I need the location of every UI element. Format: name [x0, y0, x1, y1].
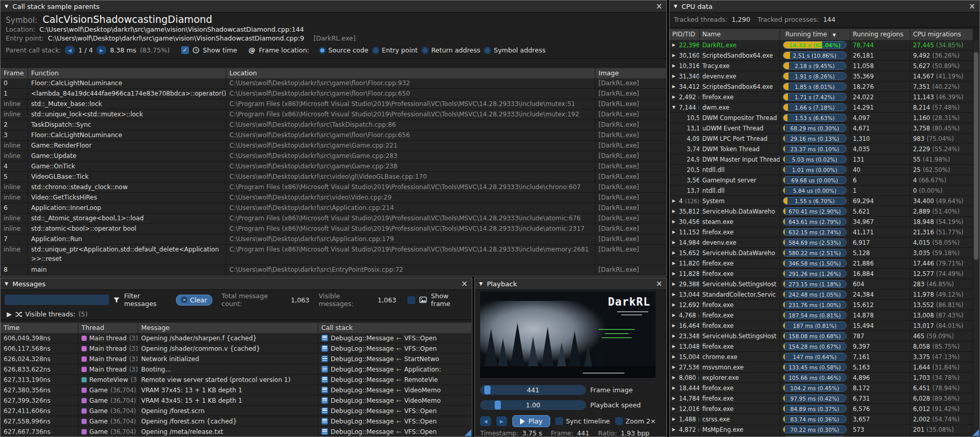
- process-row[interactable]: ▶15,004(8)chrome.exe147 ms (0.64%)7,1613…: [670, 352, 973, 362]
- process-row[interactable]: ▼7,144(8)dwm.exe1.66 s (7.18%)14,2918,21…: [670, 102, 973, 113]
- callstack-row[interactable]: 8mainC:\Users\wolf\Desktop\darkrl\src\En…: [1, 265, 666, 275]
- callstack-row[interactable]: inlinestd::chrono::steady_clock::nowC:\P…: [1, 182, 666, 193]
- next-callstack-button[interactable]: ▶: [97, 46, 106, 55]
- collapsed-icon[interactable]: ▶: [672, 63, 677, 68]
- message-row[interactable]: 627,313,190nsRemoteView(31,392)Remote vi…: [1, 375, 472, 385]
- process-row[interactable]: ▶30,456(25)steam.exe643.61 ms (2.79%)34,…: [670, 217, 973, 227]
- callstack-row[interactable]: 5VideoGLBase::TickC:\Users\wolf\Desktop\…: [1, 172, 666, 182]
- callstack-cell[interactable]: DebugLog::Message←VFS::Open: [318, 406, 472, 416]
- collapsed-icon[interactable]: ▶: [672, 230, 677, 234]
- callstack-row[interactable]: inlinestd::unique_ptr<Application,std::d…: [1, 245, 666, 265]
- collapsed-icon[interactable]: ▶: [672, 344, 677, 349]
- collapse-icon[interactable]: ▼: [5, 4, 8, 9]
- column-header-running-time[interactable]: Running time▼: [780, 29, 850, 40]
- process-row[interactable]: ▶11,828(6)firefox.exe291.26 ms (1.26%)16…: [670, 269, 973, 279]
- collapsed-icon[interactable]: ▶: [672, 334, 677, 338]
- process-row[interactable]: ▶4,768(7)firefox.exe187.54 ms (0.81%)14,…: [670, 310, 973, 321]
- process-row[interactable]: 20,508ntdll.dll1.01 ms (0.00%)4025(62.50…: [670, 165, 973, 175]
- callstack-row[interactable]: 7Application::RunC:\Users\wolf\Desktop\d…: [1, 234, 666, 245]
- callstack-row[interactable]: 3Floor::CalcLightNoLuminanceC:\Users\wol…: [1, 130, 666, 141]
- collapsed-icon[interactable]: ▶: [672, 427, 677, 432]
- process-row[interactable]: ▶10,316(9)Tracy.exe2.18 s (9.45%)11,0585…: [670, 61, 973, 71]
- callstack-row[interactable]: inlinestd::unique_lock<std::mutex>::lock…: [1, 110, 666, 120]
- callstack-row[interactable]: inlineVideo::GetTicksHiResC:\Users\wolf\…: [1, 193, 666, 203]
- playback-speed-slider[interactable]: 1.00: [480, 400, 586, 410]
- collapsed-icon[interactable]: ▶: [672, 396, 677, 401]
- callstack-row[interactable]: inlineGame::UpdateC:\Users\wolf\Desktop\…: [1, 151, 666, 162]
- process-row[interactable]: ▶29,388(77)ServiceHub.SettingsHost273.15…: [670, 279, 973, 289]
- process-row[interactable]: ▶8,080(20)explorer.exe105.66 ms (0.46%)4…: [670, 373, 973, 383]
- resize-grip[interactable]: [972, 429, 979, 436]
- zoom-2x-checkbox[interactable]: Zoom 2×: [615, 417, 656, 425]
- callstack-cell[interactable]: DebugLog::Message←VideoMemo: [318, 395, 472, 405]
- next-frame-button[interactable]: ▶: [496, 416, 507, 426]
- process-row[interactable]: ▶14,784(5)firefox.exe97.95 ms (0.42%)6,7…: [670, 393, 973, 404]
- message-row[interactable]: 606,117,568nsMain thread(31,596)Opening …: [1, 343, 472, 354]
- message-row[interactable]: 606,049,398nsMain thread(31,596)Opening …: [1, 333, 472, 343]
- process-row[interactable]: ▶11,152(12)firefox.exe632.15 ms (2.74%)4…: [670, 227, 973, 237]
- collapsed-icon[interactable]: ▶: [672, 43, 677, 47]
- collapsed-icon[interactable]: ▶: [672, 209, 677, 214]
- prev-frame-button[interactable]: ◀: [480, 416, 491, 426]
- callstack-cell[interactable]: DebugLog::Message←VFS::Open: [318, 416, 472, 426]
- collapsed-icon[interactable]: ▶: [672, 53, 677, 58]
- message-row[interactable]: 627,558,996nsGame(36,704)Opening /forest…: [1, 416, 472, 427]
- callstack-cell[interactable]: DebugLog::Message←RemoteVie: [318, 375, 472, 385]
- collapsed-icon[interactable]: ▶: [672, 313, 677, 317]
- process-row[interactable]: ▶27,696(17)Microsoft.ServiceHub.Co48.06 …: [670, 435, 973, 437]
- process-row[interactable]: ▶12,692(9)firefox.exe231.76 ms (1.00%)15…: [670, 300, 973, 310]
- process-row[interactable]: ▶1,488(10)csrss.exe83.74 ms (0.36%)3,657…: [670, 414, 973, 425]
- play-button[interactable]: Play: [512, 415, 550, 427]
- collapsed-icon[interactable]: ▶: [672, 323, 677, 328]
- column-header-name[interactable]: Name: [700, 29, 780, 40]
- message-row[interactable]: 627,667,736nsGame(36,704)Opening /meta/r…: [1, 427, 472, 437]
- expanded-icon[interactable]: ▼: [672, 105, 677, 110]
- callstack-cell[interactable]: DebugLog::Message←VFS::Open: [318, 343, 472, 353]
- frame-image-slider[interactable]: 441: [480, 385, 586, 395]
- close-icon[interactable]: ×: [656, 280, 662, 288]
- callstack-row[interactable]: 2TaskDispatch::SyncC:\Users\wolf\Desktop…: [1, 120, 666, 130]
- process-row[interactable]: ▶31,340(75)devenv.exe1.91 s (8.26%)35,36…: [670, 71, 973, 82]
- collapsed-icon[interactable]: ▶: [672, 406, 677, 411]
- radio-symbol-address[interactable]: Symbol address: [484, 46, 546, 54]
- collapsed-icon[interactable]: ▶: [672, 282, 677, 286]
- collapsed-icon[interactable]: ▶: [672, 292, 677, 297]
- collapse-icon[interactable]: ▼: [479, 281, 483, 286]
- collapsed-icon[interactable]: ▶: [672, 386, 677, 390]
- clear-button[interactable]: ✕Clear: [176, 295, 212, 306]
- process-row[interactable]: ▶35,812(88)ServiceHub.DataWareho670.41 m…: [670, 206, 973, 217]
- process-row[interactable]: ▶11,820(9)firefox.exe346.58 ms (1.50%)21…: [670, 258, 973, 269]
- message-row[interactable]: 626,024,328nsMain thread(31,596)Network …: [1, 354, 472, 364]
- message-row[interactable]: 627,399,326nsGame(36,704)VRAM 43x45: 15 …: [1, 395, 472, 406]
- show-time-checkbox[interactable]: ✓: [181, 46, 189, 54]
- process-row[interactable]: ▶4,872(9)MsMpEng.exe70.22 ms (0.30%)5732…: [670, 425, 973, 435]
- radio-entry-point[interactable]: Entry point: [372, 46, 418, 54]
- scrollbar-thumb[interactable]: [974, 52, 978, 260]
- process-row[interactable]: 13,732ntdll.dll5.84 us (0.00%)10(0.00%): [670, 186, 973, 196]
- prev-callstack-button[interactable]: ◀: [65, 46, 75, 55]
- collapsed-icon[interactable]: ▶: [672, 95, 677, 99]
- process-row[interactable]: ▶18,444(6)firefox.exe104.2 ms (0.45%)8,1…: [670, 383, 973, 393]
- callstack-row[interactable]: inlinestd::_Atomic_storage<bool,1>::load…: [1, 214, 666, 224]
- callstack-row[interactable]: 0Floor::CalcLightNoLuminanceC:\Users\wol…: [1, 78, 666, 89]
- column-header-running-regions[interactable]: Running regions: [850, 29, 910, 40]
- collapsed-icon[interactable]: ▶: [672, 250, 677, 255]
- collapsed-icon[interactable]: ▶: [672, 74, 677, 78]
- collapsed-icon[interactable]: ▶: [672, 354, 677, 359]
- show-frame-checkbox[interactable]: [407, 296, 415, 304]
- callstack-row[interactable]: inlinestd::_Mutex_base::lockC:\Program F…: [1, 99, 666, 110]
- callstack-cell[interactable]: DebugLog::Message←VideoMemo: [318, 385, 472, 395]
- collapse-icon[interactable]: ▼: [674, 4, 677, 9]
- process-row[interactable]: ▶13,048(7)firefox.exe154.28 ms (0.67%)9,…: [670, 341, 973, 352]
- callstack-cell[interactable]: DebugLog::Message←VFS::Open: [318, 427, 472, 436]
- collapsed-icon[interactable]: ▶: [672, 417, 677, 421]
- cpu-scrollbar[interactable]: [973, 41, 979, 436]
- close-icon[interactable]: ×: [969, 3, 975, 10]
- column-header-pid[interactable]: PID/TID: [670, 29, 700, 40]
- process-row[interactable]: 3,748DWM Token Thread23.37 ms (0.10%)4,0…: [670, 144, 973, 154]
- callstack-row[interactable]: inlineGame::RenderFloorC:\Users\wolf\Des…: [1, 141, 666, 151]
- visible-threads-expander[interactable]: ▶: [7, 310, 12, 318]
- process-row[interactable]: 4,092DWM LPC Port Thread29.16 ms (0.13%)…: [670, 134, 973, 144]
- process-row[interactable]: ▶22,396(49)DarkRL.exe14.33 s (62.06%)78,…: [670, 40, 973, 50]
- callstack-row[interactable]: 6Application::InnerLoopC:\Users\wolf\Des…: [1, 203, 666, 214]
